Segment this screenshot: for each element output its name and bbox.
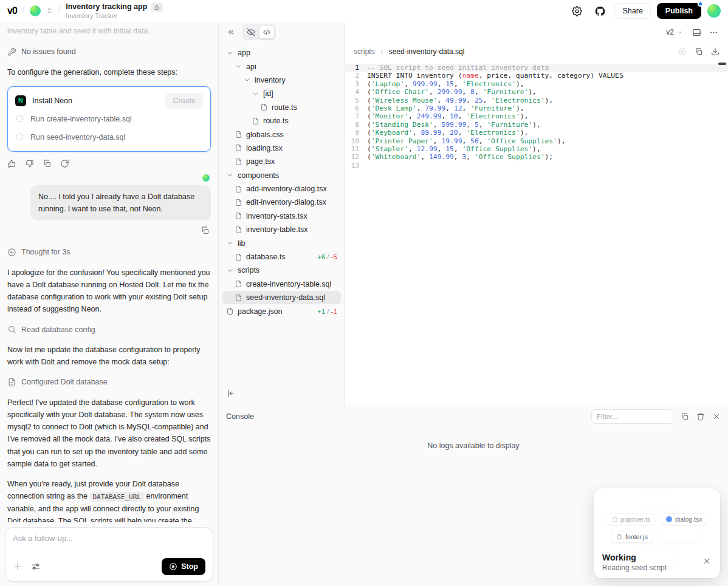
create-button[interactable]: Create [165, 93, 203, 109]
followup-input[interactable] [13, 534, 205, 553]
tree-folder-lib[interactable]: lib [222, 236, 341, 250]
tree-file-route.ts[interactable]: route.ts [222, 101, 341, 114]
model-settings-button[interactable] [31, 562, 41, 571]
stop-button[interactable]: Stop [162, 558, 205, 575]
tree-folder-scripts[interactable]: scripts [222, 264, 341, 277]
thumbs-down-icon[interactable] [25, 159, 34, 168]
tree-file-globals.css[interactable]: globals.css [222, 128, 341, 141]
code-editor[interactable]: 1-- SQL script to seed initial inventory… [345, 61, 728, 406]
tree-file-create-inventory-table.sql[interactable]: create-inventory-table.sql [222, 278, 341, 291]
file-tree-panel: appapiinventory[id]route.tsroute.tsgloba… [219, 22, 345, 406]
tree-item-label: globals.css [246, 131, 284, 139]
play-circle-icon[interactable] [678, 47, 687, 56]
project-name[interactable]: Inventory tracking app [66, 2, 147, 11]
working-footer: Working Reading seed script [602, 553, 714, 572]
retry-icon[interactable] [60, 159, 69, 168]
chevron-updown-icon[interactable] [46, 7, 53, 15]
collapse-sidebar-button[interactable] [224, 386, 238, 401]
tree-file-page.tsx[interactable]: page.tsx [222, 155, 341, 168]
top-bar-right: Share Publish [568, 2, 721, 19]
tree-file-inventory-stats.tsx[interactable]: inventory-stats.tsx [222, 210, 341, 223]
user-avatar-row [7, 174, 210, 182]
chat-scroll-area[interactable]: inventory table and seed it with initial… [0, 22, 218, 522]
chevron-down-icon [252, 90, 259, 98]
gear-icon [572, 6, 582, 16]
close-working-button[interactable] [699, 554, 714, 568]
inline-code: DATABASE_URL [90, 492, 144, 502]
tree-file-database.ts[interactable]: database.ts+6 / -5 [222, 250, 341, 264]
tree-file-inventory-table.tsx[interactable]: inventory-table.tsx [222, 223, 341, 236]
team-avatar[interactable] [30, 5, 41, 16]
version-selector[interactable]: v2 [662, 26, 687, 39]
configured-dolt-row[interactable]: Configured Dolt database [7, 376, 211, 388]
tree-file-edit-inventory-dialog.tsx[interactable]: edit-inventory-dialog.tsx [222, 196, 341, 209]
github-button[interactable] [591, 2, 608, 19]
tree-item-label: package.json [238, 307, 283, 316]
breadcrumb-folder[interactable]: scripts [354, 47, 375, 56]
diff-stats: +6 / -5 [317, 253, 337, 261]
console-filter-input[interactable] [591, 409, 673, 424]
tree-folder-app[interactable]: app [222, 46, 341, 60]
collapse-panel-button[interactable] [224, 25, 238, 39]
code-line: 13 [345, 162, 728, 169]
top-bar-left: v0 / / Inventory tracking app Inventory … [7, 2, 163, 20]
bubble-actions [7, 226, 210, 235]
file-tree-list[interactable]: appapiinventory[id]route.tsroute.tsgloba… [219, 43, 345, 406]
tree-folder-components[interactable]: components [222, 169, 341, 182]
copy-icon[interactable] [201, 226, 210, 235]
preview-toggle-button[interactable] [243, 26, 259, 39]
line-number: 3 [345, 80, 367, 88]
scrollbar-thumb[interactable] [718, 63, 726, 65]
plus-icon [13, 562, 22, 571]
panel-layout-button[interactable] [689, 25, 704, 39]
tree-file-loading.tsx[interactable]: loading.tsx [222, 141, 341, 155]
file-chip [634, 496, 679, 508]
thumbs-up-icon[interactable] [7, 159, 16, 168]
tree-file-add-inventory-dialog.tsx[interactable]: add-inventory-dialog.tsx [222, 182, 341, 196]
thought-row[interactable]: Thought for 3s [7, 246, 211, 258]
tree-file-seed-inventory-data.sql[interactable]: seed-inventory-data.sql [222, 291, 341, 304]
code-toggle-button[interactable] [259, 26, 275, 39]
assistant-paragraph: When you're ready, just provide your Dol… [7, 478, 211, 522]
settings-button[interactable] [568, 2, 585, 19]
copy-icon[interactable] [695, 47, 703, 56]
no-issues-row[interactable]: No issues found [7, 46, 211, 58]
tree-folder-[id][interactable]: [id] [222, 87, 341, 100]
line-content: ('Standing Desk', 599.99, 5, 'Furniture'… [367, 121, 541, 129]
file-chip [658, 531, 703, 543]
read-database-config-row[interactable]: Read database config [7, 324, 211, 336]
private-lock-badge[interactable] [151, 2, 163, 12]
line-content: ('Keyboard', 89.99, 20, 'Electronics'), [367, 129, 528, 137]
tree-item-label: lib [238, 239, 246, 248]
tree-folder-api[interactable]: api [222, 60, 341, 73]
tree-item-label: page.tsx [246, 157, 275, 166]
assistant-paragraph: Perfect! I've updated the database confi… [7, 397, 211, 471]
chevron-down-icon [226, 171, 234, 179]
copy-icon[interactable] [681, 412, 689, 421]
share-button[interactable]: Share [614, 3, 650, 19]
pending-circle-icon [15, 132, 24, 141]
tree-folder-inventory[interactable]: inventory [222, 73, 341, 87]
line-number: 10 [345, 137, 367, 145]
tree-file-package.json[interactable]: package.json+1 / -1 [222, 304, 341, 318]
pending-circle-icon [15, 114, 24, 123]
chevron-down-icon [676, 29, 683, 36]
code-lines: 1-- SQL script to seed initial inventory… [345, 64, 728, 169]
tree-item-label: api [246, 63, 256, 71]
close-icon[interactable] [712, 412, 721, 421]
trash-icon[interactable] [696, 412, 705, 421]
tree-file-route.ts[interactable]: route.ts [222, 114, 341, 128]
copy-icon[interactable] [43, 159, 52, 168]
attach-button[interactable] [13, 562, 22, 571]
diff-stats: +1 / -1 [317, 308, 337, 315]
user-avatar[interactable] [707, 4, 721, 18]
v0-logo[interactable]: v0 [7, 5, 17, 16]
assistant-paragraph: Now let me update the database configura… [7, 344, 211, 369]
more-options-button[interactable] [706, 25, 721, 39]
working-status-card: popover.ts dialog.tsx footer.js Working … [594, 488, 720, 578]
code-line: 5('Wireless Mouse', 49.99, 25, 'Electron… [345, 97, 728, 104]
top-bar: v0 / / Inventory tracking app Inventory … [0, 0, 728, 22]
download-icon[interactable] [711, 47, 719, 56]
file-chip: footer.js [611, 531, 653, 543]
publish-button[interactable]: Publish [657, 3, 701, 19]
